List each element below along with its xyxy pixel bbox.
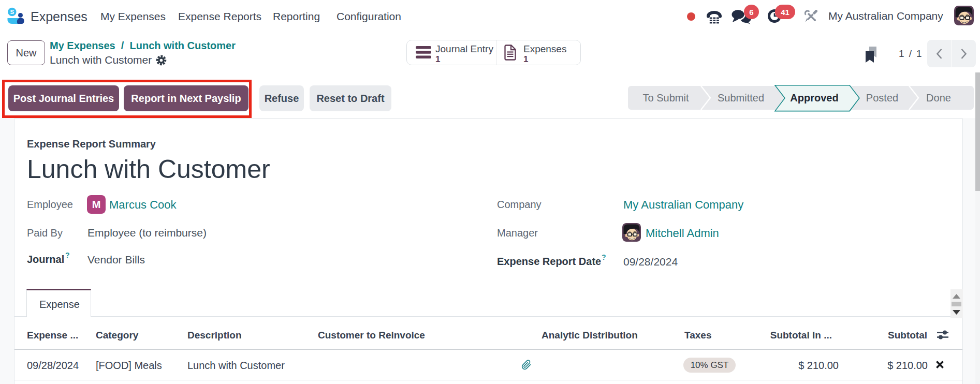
svg-text:S: S	[10, 9, 14, 15]
